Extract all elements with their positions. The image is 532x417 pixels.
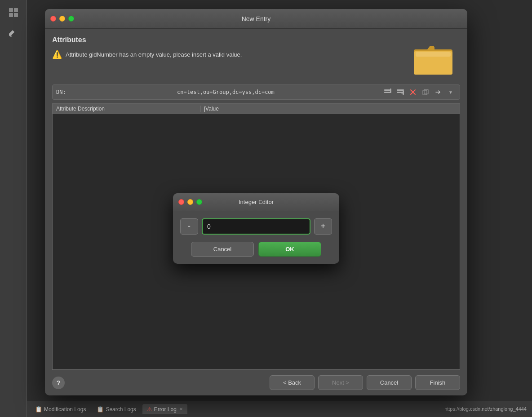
integer-editor-body: - + Cancel OK bbox=[173, 211, 339, 264]
next-button[interactable]: Next > bbox=[318, 375, 363, 390]
dialog-title: New Entry bbox=[242, 15, 271, 22]
search-logs-icon: 📋 bbox=[97, 406, 104, 413]
finish-button[interactable]: Finish bbox=[415, 375, 460, 390]
tab-search-logs[interactable]: 📋 Search Logs bbox=[92, 404, 140, 414]
dialog-header: Attributes ⚠️ Attribute gidNumber has an… bbox=[52, 36, 460, 81]
dn-actions: ▼ bbox=[382, 87, 456, 98]
integer-editor-ok-button[interactable]: OK bbox=[258, 242, 321, 257]
copy-button[interactable] bbox=[420, 87, 431, 98]
svg-rect-4 bbox=[9, 30, 14, 36]
close-button[interactable] bbox=[50, 16, 56, 22]
header-left: Attributes ⚠️ Attribute gidNumber has an… bbox=[52, 36, 406, 61]
col-description-header: Attribute Description bbox=[56, 106, 200, 112]
dn-label: DN: bbox=[56, 89, 69, 95]
svg-rect-2 bbox=[9, 13, 13, 17]
svg-rect-15 bbox=[401, 92, 404, 93]
maximize-button[interactable] bbox=[68, 16, 74, 22]
attributes-title: Attributes bbox=[52, 36, 406, 44]
error-log-label: Error Log bbox=[154, 406, 177, 413]
integer-editor-title: Integer Editor bbox=[239, 199, 274, 205]
sidebar-pencil-icon[interactable] bbox=[4, 25, 22, 43]
modal-overlay: Integer Editor - + bbox=[53, 114, 460, 369]
status-url: https://blog.csdn.net/zhanglong_4444 bbox=[444, 406, 527, 412]
svg-rect-0 bbox=[9, 8, 13, 12]
delete-button[interactable] bbox=[408, 87, 418, 98]
more-options-button[interactable]: ▼ bbox=[445, 87, 456, 98]
col-value-header: |Value bbox=[200, 106, 456, 112]
integer-editor-dialog: Integer Editor - + bbox=[173, 193, 339, 264]
increment-button[interactable]: + bbox=[314, 218, 332, 235]
add-value-button[interactable] bbox=[395, 87, 406, 98]
error-log-icon: ⚠ bbox=[147, 406, 152, 413]
dialog-titlebar: New Entry bbox=[45, 9, 467, 29]
ie-maximize-button[interactable] bbox=[196, 199, 202, 205]
integer-editor-cancel-button[interactable]: Cancel bbox=[191, 242, 254, 257]
dn-bar: DN: cn=test,ou=Group,dc=yss,dc=com bbox=[52, 84, 460, 100]
warning-icon: ⚠️ bbox=[52, 49, 62, 59]
back-button[interactable]: < Back bbox=[270, 375, 315, 390]
ie-minimize-button[interactable] bbox=[187, 199, 193, 205]
help-button[interactable]: ? bbox=[52, 377, 65, 389]
svg-rect-1 bbox=[14, 8, 18, 12]
integer-editor-actions: Cancel OK bbox=[180, 242, 332, 257]
integer-editor-titlebar: Integer Editor bbox=[173, 193, 339, 211]
warning-box: ⚠️ Attribute gidNumber has an empty valu… bbox=[52, 48, 406, 61]
folder-icon bbox=[413, 40, 453, 76]
app-sidebar bbox=[0, 0, 27, 417]
error-log-close-icon[interactable]: ✕ bbox=[179, 407, 183, 412]
sidebar-grid-icon[interactable] bbox=[4, 4, 22, 22]
svg-rect-11 bbox=[390, 89, 391, 93]
attribute-table-header: Attribute Description |Value bbox=[52, 103, 460, 114]
warning-message: Attribute gidNumber has an empty value, … bbox=[66, 51, 242, 58]
svg-rect-3 bbox=[14, 13, 18, 17]
dn-value: cn=test,ou=Group,dc=yss,dc=com bbox=[177, 89, 275, 95]
tab-modification-logs[interactable]: 📋 Modification Logs bbox=[31, 404, 90, 414]
folder-icon-area bbox=[406, 36, 460, 81]
svg-rect-12 bbox=[397, 89, 404, 91]
search-logs-label: Search Logs bbox=[106, 406, 136, 413]
dialog-content: Attributes ⚠️ Attribute gidNumber has an… bbox=[45, 29, 467, 395]
ie-close-button[interactable] bbox=[178, 199, 184, 205]
minimize-button[interactable] bbox=[59, 16, 65, 22]
integer-editor-input-row: - + bbox=[180, 218, 332, 235]
cancel-button[interactable]: Cancel bbox=[367, 375, 412, 390]
modification-logs-icon: 📋 bbox=[35, 406, 42, 413]
dialog-nav: ? < Back Next > Cancel Finish bbox=[52, 370, 460, 395]
svg-rect-8 bbox=[416, 52, 451, 57]
attribute-table-body[interactable]: Integer Editor - + bbox=[52, 114, 460, 370]
add-attribute-button[interactable] bbox=[382, 87, 393, 98]
decrement-button[interactable]: - bbox=[180, 218, 198, 235]
modification-logs-label: Modification Logs bbox=[44, 406, 86, 413]
traffic-lights bbox=[50, 16, 74, 22]
navigate-button[interactable] bbox=[433, 87, 443, 98]
tab-error-log[interactable]: ⚠ Error Log ✕ bbox=[142, 404, 187, 414]
ie-traffic-lights bbox=[178, 199, 202, 205]
status-bar: https://blog.csdn.net/zhanglong_4444 bbox=[444, 401, 532, 417]
integer-value-input[interactable] bbox=[202, 218, 310, 235]
main-dialog: New Entry Attributes ⚠️ Attribute gidNum… bbox=[45, 9, 467, 395]
